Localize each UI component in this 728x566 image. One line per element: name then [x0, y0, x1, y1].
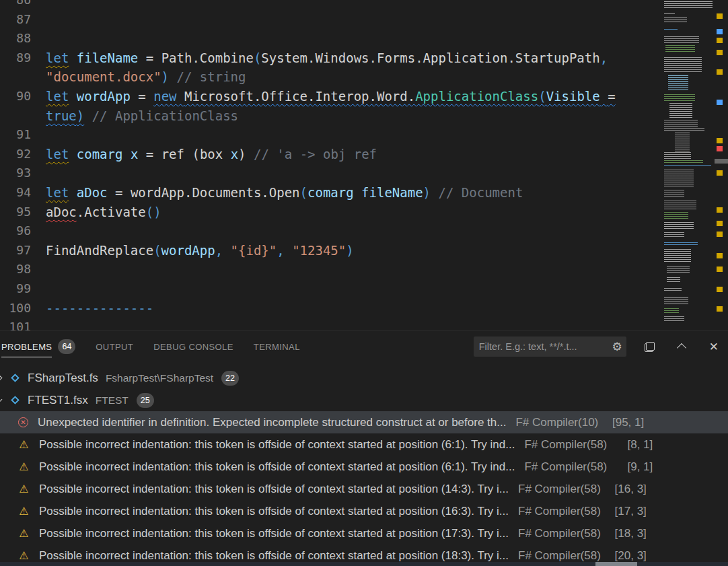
- tab-debug-console[interactable]: DEBUG CONSOLE: [153, 337, 233, 357]
- code-token: [354, 185, 361, 200]
- code-line[interactable]: 100--------------: [0, 299, 663, 318]
- minimap-code-block: [664, 316, 684, 322]
- minimap-code-block: [668, 75, 688, 90]
- code-token: ,: [277, 243, 284, 258]
- code-token: [431, 185, 438, 200]
- warning-icon: ⚠: [18, 460, 30, 473]
- horizontal-scrollbar[interactable]: [0, 562, 728, 566]
- code-editor[interactable]: 86878889let fileName = Path.Combine(Syst…: [0, 0, 728, 330]
- code-line[interactable]: 96: [0, 221, 663, 241]
- problem-source: F# Compiler(58): [518, 549, 601, 563]
- code-line[interactable]: 94let aDoc = wordApp.Documents.Open(coma…: [0, 183, 663, 203]
- minimap-code-block: [664, 1, 713, 8]
- code-text: --------------: [46, 299, 153, 318]
- problems-message-row[interactable]: ✕Unexpected identifier in definition. Ex…: [0, 411, 728, 433]
- file-problem-count-badge: 22: [221, 371, 239, 386]
- code-line[interactable]: "document.docx") // string: [0, 67, 663, 87]
- code-line[interactable]: 101: [0, 318, 663, 330]
- problem-position: [20, 3]: [612, 549, 647, 563]
- problem-message: Possible incorrect indentation: this tok…: [39, 549, 509, 563]
- line-number: 89: [0, 48, 31, 68]
- code-token: "{id}": [231, 243, 277, 258]
- code-token: ): [153, 205, 161, 219]
- minimap-code-block: [664, 288, 682, 292]
- problem-source: F# Compiler(58): [518, 505, 601, 518]
- code-token: Visible: [546, 89, 600, 104]
- line-number: 88: [0, 29, 31, 48]
- code-token: fileName: [77, 50, 139, 65]
- minimap-code-block: [669, 103, 692, 118]
- code-line[interactable]: 87: [0, 10, 663, 30]
- editor-scrollbar-thumb[interactable]: [715, 159, 728, 164]
- minimap-code-block: [664, 297, 688, 304]
- problems-message-row[interactable]: ⚠Possible incorrect indentation: this to…: [0, 478, 728, 500]
- restore-panel-icon[interactable]: [644, 341, 655, 353]
- code-line[interactable]: 90let wordApp = new Microsoft.Office.Int…: [0, 87, 663, 106]
- code-line[interactable]: 86: [0, 0, 663, 10]
- problems-file-row[interactable]: FTEST1.fsxFTEST25: [0, 389, 728, 411]
- overview-ruler[interactable]: [715, 0, 728, 330]
- close-panel-icon[interactable]: ✕: [709, 341, 719, 353]
- problems-filter-input[interactable]: [479, 341, 612, 352]
- code-line[interactable]: true) // ApplicationClass: [0, 106, 663, 126]
- code-line[interactable]: 93: [0, 164, 663, 183]
- code-token: =: [131, 89, 153, 104]
- code-token: [177, 89, 184, 104]
- problems-message-row[interactable]: ⚠Possible incorrect indentation: this to…: [0, 522, 728, 544]
- code-line[interactable]: 89let fileName = Path.Combine(System.Win…: [0, 48, 663, 68]
- problems-file-row[interactable]: FSharpTest.fsFsharpTest\FSharpTest22: [0, 367, 728, 389]
- problem-source: F# Compiler(58): [524, 438, 607, 452]
- problem-source: F# Compiler(10): [515, 416, 598, 429]
- chevron-right-icon[interactable]: [0, 375, 2, 382]
- panel-header: PROBLEMS64OUTPUTDEBUG CONSOLETERMINAL ⚙ …: [0, 331, 728, 362]
- code-token: ): [346, 243, 353, 258]
- code-token: wordApp: [161, 243, 215, 258]
- line-number: 96: [0, 221, 31, 241]
- code-line[interactable]: 97FindAndReplace(wordApp, "{id}", "12345…: [0, 241, 663, 260]
- ruler-mark: [717, 69, 723, 75]
- code-token: let: [46, 147, 69, 162]
- problems-message-row[interactable]: ⚠Possible incorrect indentation: this to…: [0, 456, 728, 478]
- code-line[interactable]: 92let comarg x = ref (box x) // 'a -> ob…: [0, 145, 663, 164]
- code-token: ,: [215, 243, 223, 258]
- code-line[interactable]: 88: [0, 29, 663, 48]
- error-icon: ✕: [18, 417, 28, 427]
- tab-terminal[interactable]: TERMINAL: [254, 337, 300, 357]
- code-text: aDoc.Activate(): [46, 203, 161, 222]
- warning-icon: ⚠: [18, 527, 30, 540]
- code-line[interactable]: 99: [0, 279, 663, 299]
- maximize-panel-chevron-up-icon[interactable]: [677, 343, 688, 351]
- code-token: =: [138, 147, 161, 162]
- problems-filter-box[interactable]: ⚙: [474, 337, 626, 357]
- minimap[interactable]: [663, 0, 715, 330]
- horizontal-scrollbar-thumb[interactable]: [595, 562, 637, 566]
- line-number: 100: [0, 299, 31, 318]
- code-token: // Document: [439, 185, 523, 200]
- ruler-mark: [717, 306, 723, 312]
- panel-tabs: PROBLEMS64OUTPUTDEBUG CONSOLETERMINAL: [1, 337, 300, 357]
- filter-options-icon[interactable]: ⚙: [612, 341, 622, 353]
- minimap-code-block: [664, 160, 703, 163]
- tab-problems[interactable]: PROBLEMS64: [1, 337, 75, 357]
- code-line[interactable]: 95aDoc.Activate(): [0, 203, 663, 222]
- code-token: (: [300, 185, 307, 200]
- minimap-code-block: [667, 266, 690, 274]
- code-token: --------------: [46, 301, 153, 316]
- problems-message-row[interactable]: ⚠Possible incorrect indentation: this to…: [0, 500, 728, 522]
- problems-message-row[interactable]: ⚠Possible incorrect indentation: this to…: [0, 433, 728, 456]
- tab-label: TERMINAL: [254, 337, 300, 357]
- code-line[interactable]: 91: [0, 125, 663, 145]
- code-token: [285, 243, 292, 258]
- problem-message: Possible incorrect indentation: this tok…: [39, 527, 509, 540]
- chevron-down-icon[interactable]: [0, 396, 2, 402]
- code-token: comarg: [307, 185, 354, 200]
- tab-output[interactable]: OUTPUT: [96, 337, 133, 357]
- problem-message: Possible incorrect indentation: this tok…: [39, 460, 515, 474]
- line-number: 94: [0, 183, 31, 203]
- code-text: let fileName = Path.Combine(System.Windo…: [46, 48, 608, 68]
- code-token: [600, 89, 608, 104]
- code-line[interactable]: 98: [0, 260, 663, 279]
- code-token: let: [46, 185, 69, 200]
- problem-message: Possible incorrect indentation: this tok…: [39, 505, 509, 518]
- fsharp-file-icon: [11, 374, 20, 382]
